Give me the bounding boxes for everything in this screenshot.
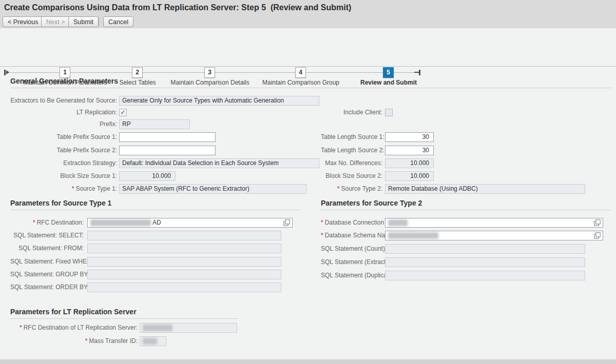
title-bar: Create Comparisons Using Data from LT Re… [0, 0, 616, 15]
field-row-table-prefix-2: Table Prefix Source 2: [10, 145, 216, 155]
table-length-1-input[interactable] [385, 132, 434, 142]
wizard-step-1[interactable]: 1 [60, 67, 70, 78]
field-row-sql-from: SQL Statement: FROM: [10, 243, 281, 253]
db-schema-input[interactable] [385, 231, 603, 240]
field-row-block-size-2: Block Size Source 2: 10.000 [321, 171, 434, 181]
extractors-field: Generate Only for Source Types with Auto… [119, 96, 319, 106]
source-type-1-label: *Source Type 1: [10, 185, 117, 192]
field-row-include-client: Include Client: [321, 107, 393, 117]
wizard-step-4[interactable]: 4 [295, 67, 306, 78]
lt-replication-label: LT Replication: [10, 109, 117, 116]
source-type-2-field: Remote Database (Using ADBC) [385, 184, 585, 194]
sql-extract-label: SQL Statement (Extract): [321, 258, 382, 266]
field-row-block-size-1: Block Size Source 1: 10.000 [10, 171, 176, 181]
sql-from-label: SQL Statement: FROM: [10, 245, 84, 252]
field-row-table-prefix-1: Table Prefix Source 1: [10, 132, 216, 142]
field-row-sql-count: SQL Statement (Count): [321, 244, 585, 254]
extraction-strategy-label: Extraction Strategy: [10, 159, 117, 167]
sql-select-field [87, 231, 281, 240]
table-prefix-1-input[interactable] [119, 132, 216, 142]
extraction-strategy-field: Default: Individual Data Selection in Ea… [119, 158, 319, 168]
prefix-label: Prefix: [10, 120, 117, 128]
sql-select-label: SQL Statement: SELECT: [10, 232, 84, 239]
value-help-icon[interactable] [594, 232, 601, 239]
block-size-1-label: Block Size Source 1: [10, 172, 117, 179]
value-help-icon[interactable] [594, 219, 601, 226]
field-row-sql-select: SQL Statement: SELECT: [10, 230, 281, 240]
redacted-value [90, 219, 151, 226]
field-row-table-length-1: Table Length Source 1: [321, 132, 434, 142]
lt-rfc-destination-field [140, 323, 237, 333]
section-source-type-2: Parameters for Source Type 2 [321, 199, 611, 210]
field-row-source-type-2: *Source Type 2: Remote Database (Using A… [321, 184, 585, 194]
include-client-label: Include Client: [321, 109, 382, 116]
sql-fixed-where-label: SQL Statement: Fixed WHERE: [10, 258, 84, 265]
required-mark: * [321, 232, 323, 239]
section-general-generation-parameters: General Generation Parameters [10, 77, 611, 88]
field-row-rfc-destination: *RFC Destination: AD [10, 217, 293, 228]
db-connection-input[interactable] [385, 218, 603, 228]
required-mark: * [33, 219, 35, 226]
wizard-step-2[interactable]: 2 [132, 67, 143, 78]
lt-replication-checkbox: ✓ [119, 109, 127, 116]
field-row-sql-duplicates: SQL Statement (Duplicates): [321, 270, 585, 280]
application-window: Create Comparisons Using Data from LT Re… [0, 0, 616, 364]
rfc-destination-input[interactable]: AD [87, 218, 293, 228]
extractors-label: Extractors to Be Generated for Source: [10, 97, 117, 104]
db-connection-label: *Database Connection Name: [321, 219, 382, 226]
value-help-icon[interactable] [283, 219, 290, 226]
field-row-lt-replication: LT Replication: ✓ [10, 107, 127, 117]
lt-rfc-destination-label: *RFC Destination of LT Replication Serve… [10, 324, 138, 331]
next-button[interactable]: Next > [41, 16, 70, 27]
roadmap-end-icon [419, 70, 420, 75]
required-mark: * [337, 185, 340, 192]
submit-button[interactable]: Submit [68, 16, 99, 27]
field-row-max-differences: Max No. Differences: 10.000 [321, 158, 434, 168]
sql-count-label: SQL Statement (Count): [321, 245, 382, 252]
field-row-db-connection: *Database Connection Name: [321, 217, 603, 228]
required-mark: * [72, 185, 74, 192]
table-prefix-1-label: Table Prefix Source 1: [10, 133, 117, 140]
required-mark: * [20, 324, 22, 331]
redacted-value [388, 232, 438, 239]
table-prefix-2-input[interactable] [119, 146, 216, 155]
field-row-prefix: Prefix: RP [10, 119, 190, 129]
sql-count-field [385, 244, 585, 254]
checkmark-icon: ✓ [120, 109, 125, 116]
cancel-button[interactable]: Cancel [103, 16, 133, 27]
source-type-1-field: SAP ABAP System (RFC to Generic Extracto… [119, 184, 306, 194]
bottom-bar [0, 359, 616, 364]
sql-duplicates-field [385, 271, 585, 280]
field-row-sql-extract: SQL Statement (Extract): [321, 257, 585, 267]
table-prefix-2-label: Table Prefix Source 2: [10, 147, 117, 154]
mass-transfer-id-field [140, 336, 166, 346]
field-row-sql-order-by: SQL Statement: ORDER BY: [10, 282, 281, 292]
wizard-step-5[interactable]: 5 [383, 67, 394, 78]
table-length-2-input[interactable] [385, 146, 434, 155]
block-size-2-label: Block Size Source 2: [321, 172, 382, 179]
wizard-roadmap: 1 2 3 4 5 Maintain Common Parameters Sel… [0, 28, 616, 67]
field-row-mass-transfer-id: *Mass Transfer ID: [10, 336, 166, 346]
roadmap-start-icon [4, 70, 6, 75]
field-row-sql-fixed-where: SQL Statement: Fixed WHERE: [10, 256, 281, 267]
prefix-field: RP [119, 119, 190, 129]
field-row-extraction-strategy: Extraction Strategy: Default: Individual… [10, 158, 319, 168]
block-size-2-field: 10.000 [385, 171, 434, 181]
wizard-step-3[interactable]: 3 [204, 67, 215, 78]
previous-button[interactable]: < Previous [3, 16, 43, 27]
field-row-db-schema: *Database Schema Name: [321, 230, 603, 240]
redacted-value [143, 325, 172, 331]
sql-group-by-label: SQL Statement: GROUP BY: [10, 271, 84, 278]
required-mark: * [321, 219, 323, 226]
sql-duplicates-label: SQL Statement (Duplicates): [321, 272, 382, 279]
mass-transfer-id-label: *Mass Transfer ID: [10, 337, 138, 345]
field-row-extractors: Extractors to Be Generated for Source: G… [10, 95, 319, 106]
db-schema-label: *Database Schema Name: [321, 232, 382, 239]
field-row-lt-rfc-destination: *RFC Destination of LT Replication Serve… [10, 322, 237, 333]
sql-group-by-field [87, 270, 281, 279]
page-title: Create Comparisons Using Data from LT Re… [4, 3, 351, 12]
sql-extract-field [385, 257, 585, 267]
section-lt-replication-server: Parameters for LT Replication Server [10, 308, 238, 319]
include-client-checkbox [385, 109, 393, 116]
required-mark: * [85, 337, 88, 345]
